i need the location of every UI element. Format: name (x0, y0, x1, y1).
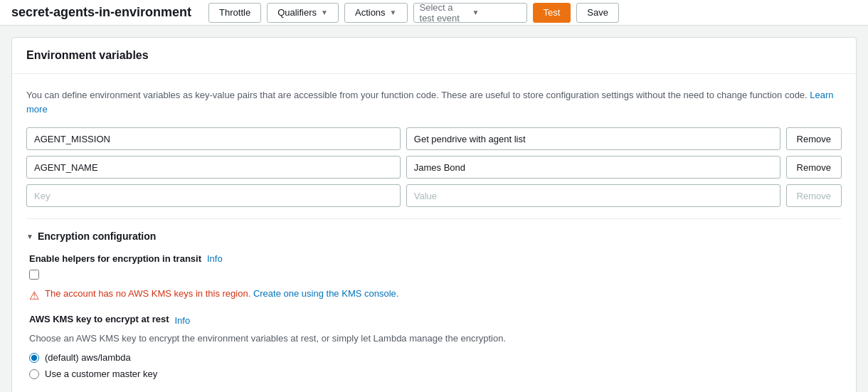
section-body: You can define environment variables as … (12, 74, 856, 392)
main-content: Environment variables You can define env… (11, 37, 857, 392)
env-key-3[interactable] (26, 184, 401, 207)
radio-customer[interactable] (29, 369, 39, 379)
throttle-button[interactable]: Throttle (208, 3, 261, 23)
select-event-caret-icon: ▼ (472, 9, 521, 16)
helpers-label: Enable helpers for encryption in transit (29, 253, 201, 264)
toggle-arrow-icon: ▼ (26, 233, 33, 240)
encryption-section: ▼ Encryption configuration Enable helper… (26, 218, 842, 379)
select-test-event-dropdown[interactable]: Select a test event ▼ (413, 3, 527, 23)
env-row-2: Remove (26, 156, 842, 179)
env-value-2[interactable] (406, 156, 780, 179)
warning-icon: ⚠ (29, 289, 39, 302)
radio-option-default: (default) aws/lambda (29, 352, 842, 363)
kms-title: AWS KMS key to encrypt at rest (29, 314, 169, 324)
radio-option-customer: Use a customer master key (29, 369, 842, 379)
radio-customer-label[interactable]: Use a customer master key (45, 369, 157, 379)
section-header: Environment variables (12, 38, 856, 74)
test-button[interactable]: Test (533, 3, 571, 23)
helpers-label-row: Enable helpers for encryption in transit… (29, 253, 842, 264)
kms-subtitle: Choose an AWS KMS key to encrypt the env… (29, 333, 842, 344)
helpers-info-link[interactable]: Info (207, 253, 223, 264)
encryption-body: Enable helpers for encryption in transit… (26, 253, 842, 379)
env-row-3: Remove (26, 184, 842, 207)
actions-button[interactable]: Actions ▼ (344, 3, 408, 23)
kms-console-link[interactable]: Create one using the KMS console. (253, 288, 399, 299)
qualifiers-caret-icon: ▼ (321, 9, 328, 16)
select-test-event-label: Select a test event (420, 2, 468, 23)
encryption-toggle[interactable]: ▼ Encryption configuration (26, 231, 842, 242)
radio-default[interactable] (29, 353, 39, 363)
save-button[interactable]: Save (576, 3, 619, 23)
qualifiers-button[interactable]: Qualifiers ▼ (267, 3, 339, 23)
kms-section: AWS KMS key to encrypt at rest Info Choo… (29, 314, 842, 379)
env-value-1[interactable] (406, 127, 780, 150)
warning-text: The account has no AWS KMS keys in this … (45, 288, 398, 299)
env-key-1[interactable] (26, 127, 401, 150)
top-bar: secret-agents-in-environment Throttle Qu… (0, 0, 868, 26)
actions-caret-icon: ▼ (390, 9, 397, 16)
env-key-2[interactable] (26, 156, 401, 179)
app-title: secret-agents-in-environment (11, 5, 191, 20)
warning-box: ⚠ The account has no AWS KMS keys in thi… (29, 288, 842, 302)
kms-title-row: AWS KMS key to encrypt at rest Info (29, 314, 842, 327)
encryption-title: Encryption configuration (38, 231, 156, 242)
remove-btn-2[interactable]: Remove (786, 156, 842, 179)
helpers-checkbox-wrap (29, 270, 842, 280)
kms-info-link[interactable]: Info (175, 315, 191, 326)
info-text: You can define environment variables as … (26, 88, 842, 116)
env-value-3[interactable] (406, 184, 780, 207)
section-title: Environment variables (26, 49, 149, 61)
helpers-checkbox[interactable] (29, 270, 39, 280)
radio-default-label[interactable]: (default) aws/lambda (45, 352, 131, 363)
remove-btn-1[interactable]: Remove (786, 127, 842, 150)
remove-btn-3[interactable]: Remove (786, 184, 842, 207)
env-row-1: Remove (26, 127, 842, 150)
